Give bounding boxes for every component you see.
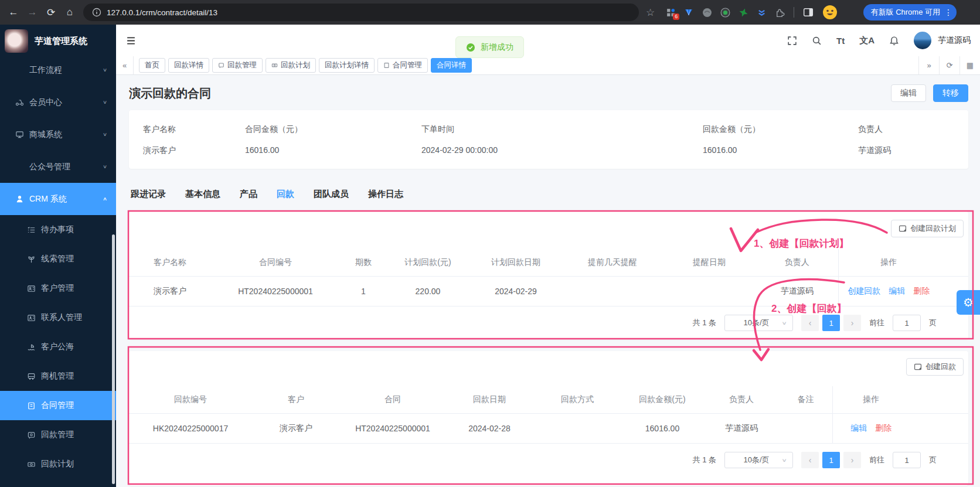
extensions-puzzle-icon[interactable] [774,7,785,18]
next-page-button[interactable]: › [843,315,861,331]
extension-chevrons-icon[interactable] [756,7,767,18]
tag-receivable-detail[interactable]: 回款详情 [168,58,209,73]
success-toast: 新增成功 [455,36,524,58]
tab-basic-info[interactable]: 基本信息 [185,189,220,200]
browser-home-icon[interactable]: ⌂ [61,4,79,21]
goto-page-input[interactable] [893,315,921,331]
next-page-button[interactable]: › [843,452,861,468]
translate-icon[interactable]: 文A [859,35,874,46]
create-plan-button[interactable]: 创建回款计划 [891,220,964,237]
sidebar-item-label: 工作流程 [29,65,62,76]
sidebar-item-workflow[interactable]: 工作流程 ∨ [0,54,116,86]
tag-receivable-mgmt[interactable]: 回款管理 [212,58,263,73]
notifications-bell-icon[interactable] [889,36,899,46]
tab-products[interactable]: 产品 [240,189,257,200]
url-text: 127.0.0.1/crm/contract/detail/13 [107,8,217,17]
browser-reload-icon[interactable]: ⟳ [42,4,60,21]
edit-link[interactable]: 编辑 [889,286,905,295]
fullscreen-icon[interactable] [787,36,797,46]
sidebar-item-opportunities[interactable]: 商机管理 [0,362,116,391]
transfer-button[interactable]: 转移 [933,84,968,102]
extension-green-dot-icon[interactable] [720,7,730,18]
user-avatar[interactable] [914,32,931,49]
edit-link[interactable]: 编辑 [850,423,867,432]
sidebar-item-member-center[interactable]: 会员中心 ∨ [0,86,116,118]
tag-plan-detail[interactable]: 回款计划详情 [319,58,375,73]
username[interactable]: 芋道源码 [938,35,971,46]
extension-green-star-icon[interactable] [738,7,748,18]
create-receivable-label: 创建回款 [925,362,956,372]
browser-forward-icon[interactable]: → [23,4,41,21]
side-panel-icon[interactable] [803,7,814,18]
receivable-plan-section: 创建回款计划 客户名称 合同编号 期数 计划回款(元) 计划回款日期 提前几天提… [129,212,968,339]
sidebar-item-customer-pool[interactable]: 客户公海 [0,332,116,362]
sidebar-item-label: 客户公海 [41,342,74,352]
sidebar-item-label: 商机管理 [41,371,74,382]
sidebar-item-contacts[interactable]: 联系人管理 [0,303,116,332]
goto-page-input[interactable] [893,452,921,468]
tags-refresh-icon[interactable]: ⟳ [939,56,959,74]
font-size-icon[interactable]: Tt [836,36,845,46]
tags-scroll-left-icon[interactable]: « [116,56,134,74]
cell-remark [780,414,832,444]
sidebar-item-todo[interactable]: 待办事项 [0,215,116,244]
cell-contract: HT20240225000001 [340,414,445,444]
sidebar-item-wechat-mgmt[interactable]: 公众号管理 ∨ [0,151,116,183]
bookmark-star-icon[interactable]: ☆ [646,6,655,19]
contact-icon [27,314,36,322]
sidebar-item-label: 会员中心 [29,97,62,108]
tab-receivable[interactable]: 回款 [277,189,294,200]
create-receivable-button[interactable]: 创建回款 [906,358,964,376]
sidebar-item-leads[interactable]: 线索管理 [0,244,116,274]
sidebar-scrollbar[interactable] [112,234,115,484]
field-value: 16016.00 [245,145,421,155]
tab-team[interactable]: 团队成员 [314,189,349,200]
search-icon[interactable] [812,36,822,46]
user-icon [15,195,24,203]
tab-followup[interactable]: 跟进记录 [131,189,166,200]
tag-receivable-plan[interactable]: 回款计划 [266,58,316,73]
profile-emoji-icon[interactable] [822,5,838,20]
sidebar-item-crm[interactable]: CRM 系统 ∧ [0,183,116,215]
sidebar-item-customers[interactable]: 客户管理 [0,274,116,303]
page-size-value: 10条/页 [731,455,782,465]
tag-contract-detail[interactable]: 合同详情 [431,58,472,73]
extension-blocker-icon[interactable]: 6 [665,7,676,18]
create-receivable-link[interactable]: 创建回款 [848,286,880,295]
tag-contract-mgmt[interactable]: 合同管理 [377,58,428,73]
tag-label: 首页 [145,60,159,70]
delete-link[interactable]: 删除 [875,423,891,432]
settings-drawer-button[interactable]: ⚙ [957,290,980,315]
prev-page-button[interactable]: ‹ [801,315,819,331]
edit-button[interactable]: 编辑 [891,84,926,102]
current-page-button[interactable]: 1 [822,452,840,468]
prev-page-button[interactable]: ‹ [801,452,819,468]
cell-planned-date: 2024-02-29 [469,277,563,306]
total-count: 共 1 条 [693,318,716,328]
tags-layout-icon[interactable]: ▦ [959,56,980,74]
chrome-separator [794,7,794,18]
field-label: 负责人 [858,124,954,135]
sidebar-item-receivable-plans[interactable]: 回款计划 [0,449,116,479]
collapse-sidebar-icon[interactable] [122,32,139,49]
col-header: 备注 [780,386,832,414]
sidebar-item-receivables[interactable]: 回款管理 [0,420,116,449]
page-size-select[interactable]: 10条/页 ∨ [724,452,793,468]
tag-home[interactable]: 首页 [139,58,165,73]
chrome-update-button[interactable]: 有新版 Chrome 可用 ⋮ [863,4,957,21]
site-info-icon[interactable] [91,8,101,18]
sidebar-item-mall[interactable]: 商城系统 ∨ [0,118,116,151]
extension-kite-icon[interactable] [683,7,694,18]
delete-link[interactable]: 删除 [913,286,930,295]
cell-customer: 演示客户 [252,414,340,444]
browser-back-icon[interactable]: ← [5,4,22,21]
page-size-select[interactable]: 10条/页 ∨ [724,315,793,331]
tab-operation-log[interactable]: 操作日志 [368,189,403,200]
sidebar-item-contracts[interactable]: 合同管理 [0,391,116,420]
chrome-menu-icon[interactable]: ⋮ [944,8,952,17]
current-page-button[interactable]: 1 [822,315,840,331]
extension-gray-circle-icon[interactable] [702,7,712,18]
address-bar[interactable]: 127.0.0.1/crm/contract/detail/13 [83,4,639,21]
col-header: 回款方式 [533,386,621,414]
tags-scroll-right-icon[interactable]: » [918,56,939,74]
